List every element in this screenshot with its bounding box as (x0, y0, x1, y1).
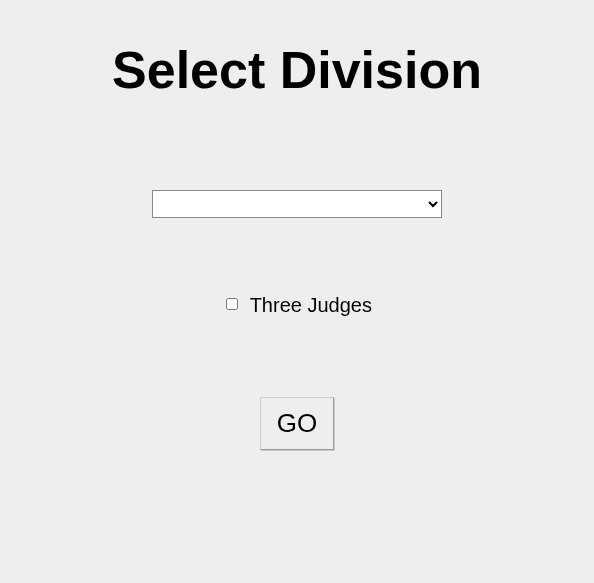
page-heading: Select Division (0, 40, 594, 100)
three-judges-checkbox[interactable] (226, 298, 238, 310)
division-select-wrap (0, 190, 594, 218)
three-judges-row: Three Judges (0, 293, 594, 317)
form-container: Select Division Three Judges GO (0, 0, 594, 450)
division-select[interactable] (152, 190, 442, 218)
go-button[interactable]: GO (260, 397, 334, 450)
three-judges-label[interactable]: Three Judges (250, 294, 372, 316)
